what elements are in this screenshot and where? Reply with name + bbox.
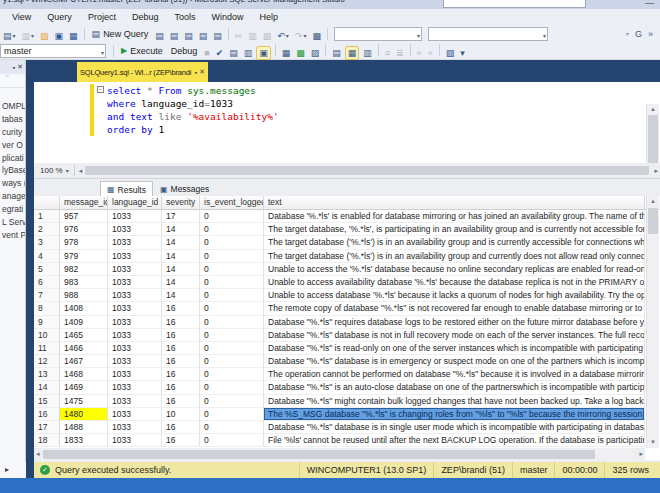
cell-message_id[interactable]: 1468 xyxy=(60,368,108,381)
panel-splitter[interactable] xyxy=(26,60,34,462)
actual-plan-icon[interactable]: ▦ xyxy=(280,46,293,60)
object-explorer-item[interactable]: vent P xyxy=(0,229,25,242)
cell-language_id[interactable]: 1033 xyxy=(108,368,162,381)
row-number-cell[interactable]: 8 xyxy=(34,302,60,315)
cell-is_event_logged[interactable]: 0 xyxy=(200,263,264,276)
cell-is_event_logged[interactable]: 0 xyxy=(200,355,264,368)
cut-icon[interactable]: ✂ xyxy=(233,29,245,43)
scrollbar-track[interactable] xyxy=(42,449,636,460)
cell-message_id[interactable]: 983 xyxy=(60,276,108,289)
cell-language_id[interactable]: 1033 xyxy=(108,342,162,355)
cell-message_id[interactable]: 1469 xyxy=(60,381,108,394)
grid-horizontal-scrollbar[interactable]: ◂ ▸ xyxy=(34,448,645,460)
save-all-icon[interactable]: ▦ xyxy=(67,29,80,43)
cell-language_id[interactable]: 1033 xyxy=(108,434,162,447)
menu-project[interactable]: Project xyxy=(80,12,124,22)
results-to-grid-icon[interactable]: ▦ xyxy=(345,46,360,60)
scrollbar-thumb[interactable] xyxy=(85,166,649,175)
menu-window[interactable]: Window xyxy=(203,12,251,22)
object-explorer-item[interactable]: ver O xyxy=(0,139,25,152)
cell-severity[interactable]: 16 xyxy=(162,342,200,355)
toolbar-overflow-icon[interactable]: ▾ xyxy=(458,46,467,60)
cell-language_id[interactable]: 1033 xyxy=(108,408,162,421)
undo-icon[interactable]: ↶▾ xyxy=(275,29,291,43)
cell-message_id[interactable]: 1475 xyxy=(60,395,108,408)
column-header-is_event_logged[interactable]: is_event_logged xyxy=(200,196,264,209)
cell-message_id[interactable]: 1480 xyxy=(60,408,108,421)
comment-icon[interactable]: ≡ xyxy=(383,46,392,60)
cell-language_id[interactable]: 1033 xyxy=(108,276,162,289)
cell-message_id[interactable]: 978 xyxy=(60,236,108,249)
go-button-icon[interactable]: G xyxy=(633,27,644,41)
object-explorer-item[interactable]: egrati xyxy=(0,203,25,216)
cell-message_id[interactable]: 1408 xyxy=(60,302,108,315)
cell-is_event_logged[interactable]: 0 xyxy=(200,316,264,329)
cell-is_event_logged[interactable]: 0 xyxy=(200,395,264,408)
cell-language_id[interactable]: 1033 xyxy=(108,381,162,394)
row-number-cell[interactable]: 5 xyxy=(34,263,60,276)
cell-message_id[interactable]: 1833 xyxy=(60,434,108,447)
cell-is_event_logged[interactable]: 0 xyxy=(200,434,264,447)
cell-text[interactable]: The remote copy of database "%.*ls" is n… xyxy=(264,302,645,315)
object-explorer-item[interactable]: ways ( xyxy=(0,177,25,190)
column-header-language_id[interactable]: language_id xyxy=(108,196,162,209)
close-icon[interactable]: ✕ xyxy=(199,68,205,76)
cell-severity[interactable]: 17 xyxy=(162,210,200,223)
new-file-icon[interactable]: ▤▾ xyxy=(1,29,18,43)
cell-text[interactable]: Unable to access database '%.*ls' becaus… xyxy=(264,289,645,302)
cell-text[interactable]: The %S_MSG database "%.*ls" is changing … xyxy=(264,408,645,421)
row-number-cell[interactable]: 9 xyxy=(34,316,60,329)
cell-severity[interactable]: 14 xyxy=(162,250,200,263)
add-item-icon[interactable]: ▥▾ xyxy=(20,29,37,43)
cell-severity[interactable]: 14 xyxy=(162,236,200,249)
pin-icon[interactable]: ▪ xyxy=(195,69,197,76)
cell-message_id[interactable]: 1465 xyxy=(60,329,108,342)
object-explorer-item[interactable]: anage xyxy=(0,190,25,203)
cell-severity[interactable]: 14 xyxy=(162,263,200,276)
object-explorer-item[interactable]: lyBase xyxy=(0,164,25,177)
menu-debug[interactable]: Debug xyxy=(124,12,167,22)
cell-severity[interactable]: 14 xyxy=(162,289,200,302)
browse-icon[interactable]: ▩ xyxy=(310,29,323,43)
cell-is_event_logged[interactable]: 0 xyxy=(200,250,264,263)
cell-language_id[interactable]: 1033 xyxy=(108,210,162,223)
cell-is_event_logged[interactable]: 0 xyxy=(200,236,264,249)
cell-message_id[interactable]: 1466 xyxy=(60,342,108,355)
toolbar-overflow-icon[interactable]: » xyxy=(646,27,655,41)
menu-tools[interactable]: Tools xyxy=(166,12,203,22)
row-number-cell[interactable]: 11 xyxy=(34,342,60,355)
cell-text[interactable]: The target database ('%.*ls') is in an a… xyxy=(264,250,645,263)
compact-query-icon[interactable]: ▤ xyxy=(211,29,224,43)
cell-language_id[interactable]: 1033 xyxy=(108,421,162,434)
dock-icon[interactable]: ▫ xyxy=(624,27,631,41)
redo-icon[interactable]: ↷▾ xyxy=(293,29,309,43)
cell-text[interactable]: Unable to access availability database '… xyxy=(264,276,645,289)
cell-message_id[interactable]: 957 xyxy=(60,210,108,223)
client-stats-icon[interactable]: ▨ xyxy=(309,46,322,60)
cell-language_id[interactable]: 1033 xyxy=(108,289,162,302)
tab-messages[interactable]: ▣ Messages xyxy=(154,181,215,197)
pin-icon[interactable]: ▪ xyxy=(13,64,15,71)
mdx-query-icon[interactable]: ▤ xyxy=(168,29,181,43)
editor-horizontal-scrollbar[interactable] xyxy=(84,165,650,176)
cell-text[interactable]: Database "%.*ls" database is in emergenc… xyxy=(264,355,645,368)
sql-editor[interactable]: − select * From sys.messageswhere langua… xyxy=(34,82,660,163)
cell-text[interactable]: File '%ls' cannot be reused until after … xyxy=(264,434,645,447)
cell-language_id[interactable]: 1033 xyxy=(108,355,162,368)
grid-corner-cell[interactable] xyxy=(34,196,60,209)
cell-message_id[interactable]: 982 xyxy=(60,263,108,276)
cell-language_id[interactable]: 1033 xyxy=(108,316,162,329)
cell-is_event_logged[interactable]: 0 xyxy=(200,342,264,355)
quick-launch-search-input[interactable] xyxy=(443,0,586,8)
cell-text[interactable]: Database "%.*ls" requires database logs … xyxy=(264,316,645,329)
scroll-up-icon[interactable]: ▲ xyxy=(647,104,659,115)
cell-language_id[interactable]: 1033 xyxy=(108,236,162,249)
parse-icon[interactable]: ✔ xyxy=(214,46,226,60)
menu-query[interactable]: Query xyxy=(39,12,80,22)
cell-text[interactable]: The target database, '%.*ls', is partici… xyxy=(264,223,645,236)
scroll-right-icon[interactable]: ▸ xyxy=(5,465,9,474)
cell-language_id[interactable]: 1033 xyxy=(108,395,162,408)
cell-severity[interactable]: 14 xyxy=(162,223,200,236)
open-file-icon[interactable]: ▨ xyxy=(38,29,51,43)
object-explorer-item[interactable]: L Serv xyxy=(0,216,25,229)
